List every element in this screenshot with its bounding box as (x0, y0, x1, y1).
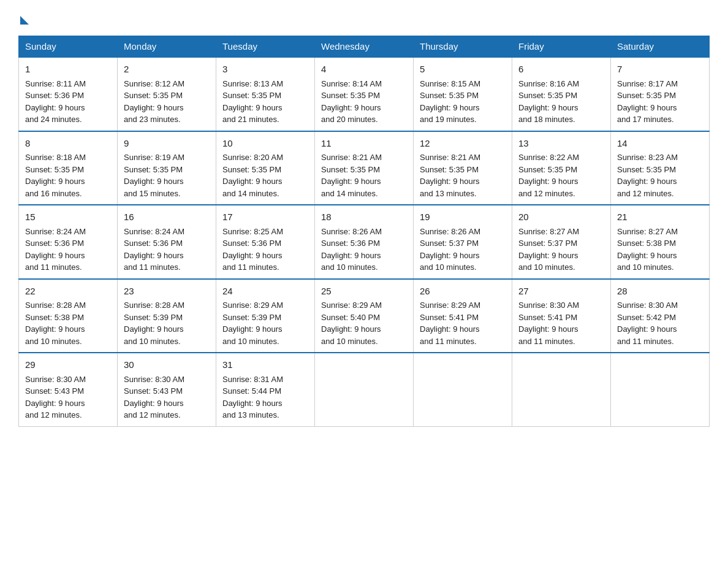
day-number: 25 (321, 285, 407, 299)
day-sunset: Sunset: 5:41 PM (420, 313, 479, 322)
day-daylight-cont: and 17 minutes. (617, 115, 674, 124)
col-header-monday: Monday (118, 36, 216, 58)
day-daylight-cont: and 11 minutes. (617, 337, 674, 346)
day-daylight-cont: and 12 minutes. (25, 410, 82, 419)
calendar-week-row: 29Sunrise: 8:30 AMSunset: 5:43 PMDayligh… (19, 353, 710, 426)
day-number: 18 (321, 210, 407, 224)
calendar-cell: 30Sunrise: 8:30 AMSunset: 5:43 PMDayligh… (118, 353, 216, 426)
col-header-saturday: Saturday (611, 36, 710, 58)
day-daylight-cont: and 12 minutes. (124, 410, 181, 419)
day-sunrise: Sunrise: 8:11 AM (25, 79, 86, 88)
calendar-cell: 6Sunrise: 8:16 AMSunset: 5:35 PMDaylight… (512, 57, 611, 131)
col-header-friday: Friday (512, 36, 611, 58)
day-number: 23 (124, 285, 210, 299)
day-daylight-cont: and 11 minutes. (222, 262, 279, 272)
calendar-week-row: 22Sunrise: 8:28 AMSunset: 5:38 PMDayligh… (19, 279, 710, 353)
day-sunrise: Sunrise: 8:24 AM (124, 227, 184, 236)
day-sunset: Sunset: 5:35 PM (518, 91, 577, 100)
calendar-cell: 5Sunrise: 8:15 AMSunset: 5:35 PMDaylight… (414, 57, 512, 131)
day-number: 7 (617, 63, 703, 77)
calendar-table: SundayMondayTuesdayWednesdayThursdayFrid… (18, 36, 710, 427)
logo-arrow-icon (20, 16, 29, 25)
day-daylight-cont: and 10 minutes. (617, 262, 674, 272)
day-daylight-cont: and 12 minutes. (617, 189, 674, 198)
day-sunrise: Sunrise: 8:28 AM (25, 301, 86, 310)
day-sunrise: Sunrise: 8:12 AM (124, 79, 184, 88)
page-header (18, 12, 710, 25)
day-number: 3 (222, 63, 308, 77)
day-sunset: Sunset: 5:37 PM (420, 239, 479, 248)
day-daylight-cont: and 23 minutes. (124, 115, 181, 124)
day-sunset: Sunset: 5:35 PM (617, 91, 676, 100)
calendar-cell: 15Sunrise: 8:24 AMSunset: 5:36 PMDayligh… (19, 205, 118, 279)
day-sunset: Sunset: 5:35 PM (124, 165, 183, 174)
day-daylight: Daylight: 9 hours (124, 103, 184, 112)
day-daylight-cont: and 18 minutes. (518, 115, 575, 124)
day-number: 16 (124, 210, 210, 224)
day-daylight: Daylight: 9 hours (124, 177, 184, 186)
calendar-week-row: 1Sunrise: 8:11 AMSunset: 5:36 PMDaylight… (19, 57, 710, 131)
calendar-cell: 22Sunrise: 8:28 AMSunset: 5:38 PMDayligh… (19, 279, 118, 353)
day-sunrise: Sunrise: 8:23 AM (617, 153, 678, 162)
day-sunset: Sunset: 5:43 PM (124, 386, 183, 396)
col-header-tuesday: Tuesday (216, 36, 315, 58)
calendar-cell: 12Sunrise: 8:21 AMSunset: 5:35 PMDayligh… (414, 131, 512, 205)
day-sunrise: Sunrise: 8:18 AM (25, 153, 86, 162)
day-daylight-cont: and 10 minutes. (518, 262, 575, 272)
day-daylight: Daylight: 9 hours (124, 399, 184, 408)
day-sunset: Sunset: 5:35 PM (617, 165, 676, 174)
day-daylight: Daylight: 9 hours (25, 103, 85, 112)
calendar-cell: 26Sunrise: 8:29 AMSunset: 5:41 PMDayligh… (414, 279, 512, 353)
day-number: 11 (321, 137, 407, 151)
day-sunrise: Sunrise: 8:30 AM (25, 375, 86, 384)
day-sunrise: Sunrise: 8:29 AM (222, 301, 283, 310)
day-daylight: Daylight: 9 hours (222, 177, 282, 186)
calendar-body: 1Sunrise: 8:11 AMSunset: 5:36 PMDaylight… (19, 57, 710, 426)
day-daylight-cont: and 14 minutes. (321, 189, 378, 198)
day-number: 31 (222, 358, 308, 372)
day-sunset: Sunset: 5:39 PM (222, 313, 281, 322)
calendar-cell: 25Sunrise: 8:29 AMSunset: 5:40 PMDayligh… (315, 279, 414, 353)
day-number: 28 (617, 285, 703, 299)
day-sunrise: Sunrise: 8:19 AM (124, 153, 184, 162)
day-sunset: Sunset: 5:35 PM (321, 91, 380, 100)
day-daylight: Daylight: 9 hours (222, 251, 282, 260)
day-daylight: Daylight: 9 hours (617, 324, 677, 334)
day-sunset: Sunset: 5:41 PM (518, 313, 577, 322)
day-sunset: Sunset: 5:35 PM (420, 91, 479, 100)
day-number: 2 (124, 63, 210, 77)
calendar-cell (315, 353, 414, 426)
day-sunrise: Sunrise: 8:16 AM (518, 79, 579, 88)
day-sunrise: Sunrise: 8:21 AM (420, 153, 480, 162)
day-number: 17 (222, 210, 308, 224)
calendar-header-row: SundayMondayTuesdayWednesdayThursdayFrid… (19, 36, 710, 58)
day-daylight: Daylight: 9 hours (321, 177, 381, 186)
day-daylight: Daylight: 9 hours (321, 251, 381, 260)
calendar-cell: 16Sunrise: 8:24 AMSunset: 5:36 PMDayligh… (118, 205, 216, 279)
day-sunrise: Sunrise: 8:30 AM (518, 301, 579, 310)
day-sunset: Sunset: 5:35 PM (25, 165, 84, 174)
day-sunset: Sunset: 5:40 PM (321, 313, 380, 322)
day-daylight: Daylight: 9 hours (124, 251, 184, 260)
day-daylight-cont: and 11 minutes. (124, 262, 181, 272)
day-sunset: Sunset: 5:36 PM (25, 91, 84, 100)
day-sunrise: Sunrise: 8:22 AM (518, 153, 579, 162)
day-daylight: Daylight: 9 hours (420, 324, 480, 334)
day-daylight-cont: and 15 minutes. (124, 189, 181, 198)
day-daylight: Daylight: 9 hours (25, 177, 85, 186)
calendar-cell (414, 353, 512, 426)
day-daylight-cont: and 21 minutes. (222, 115, 279, 124)
day-sunset: Sunset: 5:37 PM (518, 239, 577, 248)
day-number: 5 (420, 63, 506, 77)
day-sunrise: Sunrise: 8:27 AM (617, 227, 678, 236)
day-daylight-cont: and 16 minutes. (25, 189, 82, 198)
calendar-cell: 19Sunrise: 8:26 AMSunset: 5:37 PMDayligh… (414, 205, 512, 279)
day-sunrise: Sunrise: 8:25 AM (222, 227, 283, 236)
day-daylight: Daylight: 9 hours (617, 251, 677, 260)
calendar-cell: 29Sunrise: 8:30 AMSunset: 5:43 PMDayligh… (19, 353, 118, 426)
day-sunset: Sunset: 5:36 PM (124, 239, 183, 248)
col-header-thursday: Thursday (414, 36, 512, 58)
day-number: 10 (222, 137, 308, 151)
calendar-cell: 10Sunrise: 8:20 AMSunset: 5:35 PMDayligh… (216, 131, 315, 205)
day-sunrise: Sunrise: 8:20 AM (222, 153, 283, 162)
